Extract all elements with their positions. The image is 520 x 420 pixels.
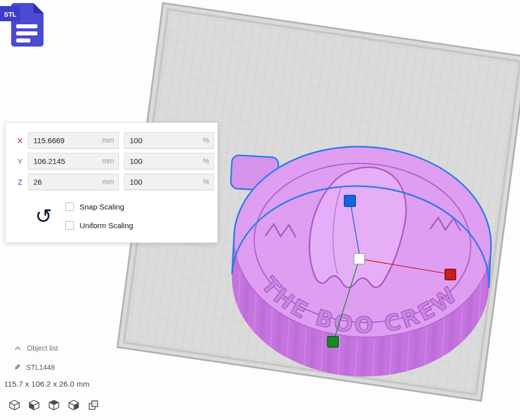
view-side-button[interactable]: [67, 399, 80, 411]
x-percent-field: %: [124, 132, 214, 149]
stl-document-icon: STL: [0, 0, 51, 51]
z-unit-label: mm: [102, 174, 114, 190]
view-3d-icon: [8, 399, 21, 411]
object-list-item[interactable]: ✎ STL1448: [14, 363, 55, 372]
x-value-field: mm: [28, 132, 119, 149]
chevron-up-icon: [14, 346, 21, 351]
view-3d-button[interactable]: [8, 399, 21, 411]
y-value-field: mm: [28, 153, 119, 170]
y-percent-input[interactable]: [125, 153, 214, 169]
x-percent-input[interactable]: [125, 133, 214, 148]
reset-icon: ↺: [35, 205, 52, 227]
application-window: THE BOO CREW STL X: [0, 0, 520, 420]
object-name-label: STL1448: [26, 363, 55, 371]
snap-scaling-checkbox[interactable]: [65, 202, 74, 211]
z-percent-input[interactable]: [125, 174, 214, 190]
scale-row-x: X mm %: [6, 132, 217, 149]
view-front-icon: [28, 399, 41, 411]
scale-row-z: Z mm %: [6, 174, 217, 190]
z-percent-field: %: [124, 174, 214, 190]
scale-handle-center[interactable]: [354, 254, 365, 264]
y-percent-field: %: [124, 153, 214, 170]
scale-handle-x[interactable]: [445, 269, 456, 280]
uniform-scaling-row: Uniform Scaling: [65, 220, 133, 231]
x-percent-unit-label: %: [203, 133, 209, 148]
view-front-button[interactable]: [28, 399, 41, 411]
z-percent-unit-label: %: [203, 174, 209, 190]
view-side-icon: [67, 399, 80, 411]
scale-tool-panel: X mm % Y mm % Z mm: [5, 122, 218, 243]
y-percent-unit-label: %: [203, 153, 209, 169]
snap-scaling-row: Snap Scaling: [65, 201, 124, 212]
stl-file-icon[interactable]: STL: [0, 0, 51, 51]
object-list-label: Object list: [27, 344, 58, 352]
y-unit-label: mm: [102, 153, 114, 169]
uniform-scaling-label: Uniform Scaling: [79, 221, 133, 230]
snap-scaling-label: Snap Scaling: [79, 202, 124, 211]
x-axis-label: X: [16, 132, 24, 149]
view-preset-toolbar: [8, 399, 100, 411]
x-unit-label: mm: [102, 133, 114, 148]
scale-row-y: Y mm %: [6, 153, 217, 170]
y-axis-label: Y: [16, 153, 24, 170]
view-top-icon: [48, 399, 60, 411]
view-layers-icon: [87, 399, 100, 411]
z-axis-label: Z: [16, 174, 24, 190]
scale-handle-y[interactable]: [328, 337, 338, 347]
pencil-icon: ✎: [14, 363, 21, 372]
view-layers-button[interactable]: [87, 399, 100, 411]
reset-scale-button[interactable]: ↺: [32, 203, 55, 229]
stl-badge-label: STL: [4, 11, 17, 18]
uniform-scaling-checkbox[interactable]: [65, 221, 74, 230]
z-value-field: mm: [28, 174, 119, 190]
scale-handle-z[interactable]: [344, 195, 355, 206]
view-top-button[interactable]: [48, 399, 60, 411]
object-list-toggle[interactable]: Object list: [14, 344, 58, 352]
model-dimensions-label: 115.7 x 106.2 x 26.0 mm: [4, 380, 90, 388]
